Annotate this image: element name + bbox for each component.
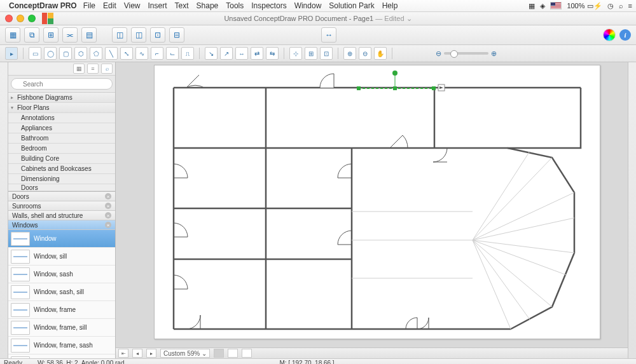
menu-tools[interactable]: Tools <box>226 1 244 10</box>
menu-shape[interactable]: Shape <box>197 1 219 10</box>
page[interactable] <box>154 65 600 339</box>
search-input[interactable] <box>11 78 113 90</box>
category-doors[interactable]: Doors× <box>8 192 115 201</box>
tool-arrange-left[interactable]: ◫ <box>112 27 127 43</box>
tool-hand[interactable]: ✋ <box>374 47 387 60</box>
app-menu[interactable]: ConceptDraw PRO <box>9 1 77 10</box>
close-icon[interactable]: × <box>105 203 111 209</box>
tool-line2[interactable]: ⤡ <box>120 47 133 60</box>
page-tab-2[interactable] <box>228 349 238 358</box>
tool-rounded[interactable]: ▢ <box>59 47 72 60</box>
tree-group-floorplans[interactable]: ▾Floor Plans <box>8 103 115 113</box>
tool-arrow1[interactable]: ↘ <box>205 47 218 60</box>
tool-arrow3[interactable]: ↔ <box>235 47 248 60</box>
tree-group-fishbone[interactable]: ▸Fishbone Diagrams <box>8 93 115 103</box>
tool-zoom-in[interactable]: ⊕ <box>343 47 356 60</box>
tool-rect[interactable]: ▭ <box>29 47 41 60</box>
info-button[interactable]: i <box>619 29 631 41</box>
tool-line1[interactable]: ╲ <box>105 47 118 60</box>
tool-group[interactable]: ⊡ <box>150 27 165 43</box>
tool-layers[interactable]: ▤ <box>81 27 97 43</box>
tool-copy[interactable]: ⧉ <box>24 27 39 43</box>
tree-item[interactable]: Doors <box>8 184 115 191</box>
menu-edit[interactable]: Edit <box>103 1 116 10</box>
menu-icon[interactable]: ≡ <box>628 2 632 10</box>
tool-snap1[interactable]: ⊹ <box>289 47 302 60</box>
page-prev-button[interactable]: ◂ <box>132 349 142 358</box>
menu-inspectors[interactable]: Inspectors <box>251 1 286 10</box>
tool-pointer[interactable]: ▦ <box>5 27 20 43</box>
category-windows[interactable]: Windows× <box>8 220 115 230</box>
shape-item[interactable]: Window, frame, sash, sill <box>8 354 115 358</box>
clock-icon[interactable]: ◷ <box>607 2 614 10</box>
input-source-flag[interactable] <box>550 2 562 10</box>
tool-poly1[interactable]: ⬡ <box>74 47 87 60</box>
close-icon[interactable]: × <box>105 212 111 219</box>
close-icon[interactable]: × <box>105 193 111 199</box>
menu-help[interactable]: Help <box>382 1 398 10</box>
page-tab-3[interactable] <box>242 349 252 358</box>
zoom-slider[interactable] <box>444 52 488 55</box>
zoom-window-button[interactable] <box>28 15 36 22</box>
tree-item[interactable]: Bedroom <box>8 144 115 154</box>
zoom-out-icon[interactable]: ⊖ <box>436 50 441 58</box>
shape-item[interactable]: Window, frame, sill <box>8 319 115 337</box>
tool-conn3[interactable]: ⎍ <box>181 47 194 60</box>
tool-curve[interactable]: ∿ <box>135 47 148 60</box>
menu-insert[interactable]: Insert <box>148 1 167 10</box>
spotlight-icon[interactable]: ▦ <box>529 2 535 10</box>
tool-arrange-right[interactable]: ◫ <box>131 27 146 43</box>
color-picker-button[interactable] <box>603 29 616 41</box>
panel-view-grid-button[interactable]: ▦ <box>73 64 85 74</box>
panel-view-list-button[interactable]: ≡ <box>87 64 99 74</box>
category-sunrooms[interactable]: Sunrooms× <box>8 201 115 211</box>
shape-item[interactable]: Window, frame <box>8 301 115 319</box>
menu-window[interactable]: Window <box>294 1 322 10</box>
zoom-in-icon[interactable]: ⊕ <box>491 50 497 58</box>
right-tab-strip[interactable] <box>628 62 636 358</box>
document-title[interactable]: Unsaved ConceptDraw PRO Document - Page1… <box>224 15 411 23</box>
tool-snap2[interactable]: ⊞ <box>305 47 317 60</box>
tool-select-arrow[interactable]: ▸ <box>5 47 18 60</box>
tool-ellipse[interactable]: ◯ <box>44 47 57 60</box>
page-first-button[interactable]: ⇤ <box>118 349 128 358</box>
tree-item[interactable]: Cabinets and Bookcases <box>8 164 115 174</box>
search-icon[interactable]: ⌕ <box>619 2 623 10</box>
menu-text[interactable]: Text <box>175 1 189 10</box>
shape-item[interactable]: Window <box>8 230 115 248</box>
tool-arrow4[interactable]: ⇄ <box>251 47 263 60</box>
tool-tree[interactable]: ⊞ <box>43 27 59 43</box>
wifi-icon[interactable]: ◈ <box>540 2 545 10</box>
tool-conn1[interactable]: ⌐ <box>151 47 163 60</box>
shape-item[interactable]: Window, sash, sill <box>8 283 115 301</box>
panel-search-button[interactable]: ⌕ <box>101 64 113 74</box>
minimize-window-button[interactable] <box>17 15 24 22</box>
tree-item[interactable]: Appliances <box>8 123 115 133</box>
tree-item[interactable]: Building Core <box>8 154 115 164</box>
tool-zoom-out[interactable]: ⊖ <box>359 47 371 60</box>
tool-chain[interactable]: ⫘ <box>62 27 78 43</box>
tool-width[interactable]: ↔ <box>321 27 336 43</box>
tree-item[interactable]: Bathroom <box>8 133 115 144</box>
zoom-level-dropdown[interactable]: Custom 59% ⌄ <box>160 349 210 358</box>
battery-status[interactable]: 100% ▭⚡ <box>567 2 602 10</box>
tree-item[interactable]: Annotations <box>8 113 115 123</box>
menu-view[interactable]: View <box>124 1 141 10</box>
tool-conn2[interactable]: ⌙ <box>166 47 179 60</box>
page-tab-1[interactable] <box>214 349 224 358</box>
shape-item[interactable]: Window, frame, sash <box>8 337 115 354</box>
tool-ungroup[interactable]: ⊟ <box>169 27 184 43</box>
drawing-canvas[interactable] <box>116 62 628 347</box>
menu-file[interactable]: File <box>83 1 95 10</box>
tool-poly2[interactable]: ⬠ <box>90 47 102 60</box>
page-next-button[interactable]: ▸ <box>146 349 156 358</box>
close-icon[interactable]: × <box>105 222 111 228</box>
tree-item[interactable]: Dimensioning <box>8 174 115 184</box>
menu-solution-park[interactable]: Solution Park <box>329 1 374 10</box>
tool-arrow2[interactable]: ↗ <box>220 47 233 60</box>
shape-item[interactable]: Window, sill <box>8 248 115 266</box>
tool-arrow5[interactable]: ⇆ <box>266 47 279 60</box>
tool-snap3[interactable]: ⊡ <box>320 47 333 60</box>
close-window-button[interactable] <box>5 15 13 22</box>
category-walls[interactable]: Walls, shell and structure× <box>8 211 115 220</box>
